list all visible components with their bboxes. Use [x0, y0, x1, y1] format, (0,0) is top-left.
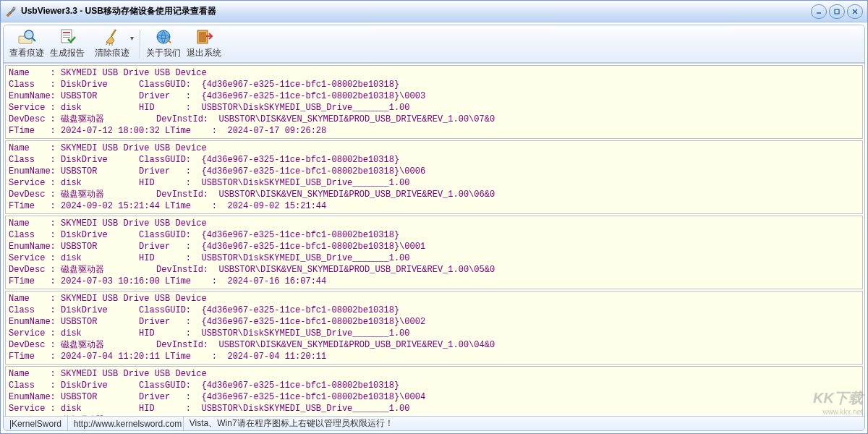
- record-line: Name : SKYMEDI USB Drive USB Device: [9, 142, 859, 154]
- exit-icon: [195, 28, 213, 46]
- record-line: Service : disk HID : USBSTOR\DiskSKYMEDI…: [9, 252, 859, 264]
- usb-record[interactable]: Name : SKYMEDI USB Drive USB DeviceClass…: [5, 65, 863, 139]
- status-bar: |KernelSword http://www.kernelsword.com …: [4, 416, 864, 430]
- toolbar-label: 清除痕迹: [95, 47, 129, 59]
- window-title: UsbViewer3.3 - USB移动存储设备使用记录查看器: [21, 5, 811, 17]
- minimize-button[interactable]: [811, 4, 827, 19]
- record-line: FTime : 2024-09-02 15:21:44 LTime : 2024…: [9, 200, 859, 212]
- record-line: Class : DiskDrive ClassGUID: {4d36e967-e…: [9, 380, 859, 391]
- toolbar-separator: [140, 30, 140, 59]
- record-line: Service : disk HID : USBSTOR\DiskSKYMEDI…: [9, 102, 859, 114]
- record-line: EnumName: USBSTOR Driver : {4d36e967-e32…: [9, 241, 859, 252]
- inner-frame: 查看痕迹 生成报告 清除痕迹 关于我们 退出系统 Name : SKYMEDI …: [3, 25, 865, 431]
- title-bar: UsbViewer3.3 - USB移动存储设备使用记录查看器: [1, 1, 867, 22]
- record-line: Name : SKYMEDI USB Drive USB Device: [9, 218, 859, 229]
- record-line: EnumName: USBSTOR Driver : {4d36e967-e32…: [9, 90, 859, 102]
- record-line: Service : disk HID : USBSTOR\DiskSKYMEDI…: [9, 328, 859, 339]
- status-tip: Vista、Win7请在程序图标上右键以管理员权限运行！: [184, 417, 864, 430]
- svg-rect-11: [63, 37, 70, 38]
- record-line: FTime : 2024-07-12 18:00:32 LTime : 2024…: [9, 125, 859, 137]
- svg-rect-9: [63, 32, 70, 33]
- svg-rect-2: [835, 9, 839, 14]
- report-icon: [58, 28, 77, 46]
- app-icon: [5, 6, 17, 17]
- record-line: DevDesc : 磁盘驱动器 DevInstId: USBSTOR\DISK&…: [9, 114, 859, 125]
- view-traces-button[interactable]: 查看痕迹: [7, 27, 47, 61]
- svg-rect-10: [63, 35, 70, 35]
- usb-record[interactable]: Name : SKYMEDI USB Drive USB DeviceClass…: [5, 291, 863, 365]
- app-window: UsbViewer3.3 - USB移动存储设备使用记录查看器 查看痕迹 生成报…: [0, 0, 868, 434]
- toolbar-label: 生成报告: [50, 47, 85, 59]
- broom-icon: [103, 28, 122, 46]
- usb-record[interactable]: Name : SKYMEDI USB Drive USB DeviceClass…: [5, 140, 863, 214]
- record-line: Name : SKYMEDI USB Drive USB Device: [9, 368, 859, 380]
- record-line: Class : DiskDrive ClassGUID: {4d36e967-e…: [9, 305, 859, 316]
- toolbar-label: 退出系统: [187, 47, 221, 59]
- svg-line-7: [32, 38, 35, 41]
- record-line: FTime : 2024-07-04 11:20:11 LTime : 2024…: [9, 351, 859, 362]
- record-line: EnumName: USBSTOR Driver : {4d36e967-e32…: [9, 391, 859, 403]
- record-line: Name : SKYMEDI USB Drive USB Device: [9, 293, 859, 305]
- window-controls: [811, 4, 863, 19]
- toolbar: 查看痕迹 生成报告 清除痕迹 关于我们 退出系统: [4, 25, 864, 63]
- generate-report-button[interactable]: 生成报告: [47, 27, 88, 61]
- svg-point-16: [157, 30, 170, 43]
- usb-record[interactable]: Name : SKYMEDI USB Drive USB DeviceClass…: [5, 366, 863, 416]
- clear-traces-button[interactable]: 清除痕迹: [88, 27, 137, 61]
- status-url: http://www.kernelsword.com: [68, 417, 184, 430]
- record-line: Service : disk HID : USBSTOR\DiskSKYMEDI…: [9, 403, 859, 414]
- maximize-button[interactable]: [829, 4, 845, 19]
- svg-rect-0: [13, 7, 15, 9]
- about-button[interactable]: 关于我们: [143, 27, 184, 61]
- record-line: Name : SKYMEDI USB Drive USB Device: [9, 67, 859, 79]
- record-line: Class : DiskDrive ClassGUID: {4d36e967-e…: [9, 154, 859, 166]
- magnifier-icon: [17, 28, 36, 46]
- svg-rect-18: [199, 32, 206, 42]
- exit-button[interactable]: 退出系统: [184, 27, 224, 61]
- svg-line-12: [111, 30, 116, 36]
- globe-icon: [154, 28, 173, 46]
- record-line: FTime : 2024-07-03 10:16:00 LTime : 2024…: [9, 276, 859, 287]
- record-line: DevDesc : 磁盘驱动器 DevInstId: USBSTOR\DISK&…: [9, 339, 859, 351]
- record-line: EnumName: USBSTOR Driver : {4d36e967-e32…: [9, 166, 859, 177]
- toolbar-label: 关于我们: [146, 47, 181, 59]
- close-button[interactable]: [847, 4, 863, 19]
- record-line: DevDesc : 磁盘驱动器 DevInstId: USBSTOR\DISK&…: [9, 264, 859, 276]
- toolbar-label: 查看痕迹: [9, 47, 44, 59]
- status-brand: |KernelSword: [4, 417, 68, 430]
- usb-record[interactable]: Name : SKYMEDI USB Drive USB DeviceClass…: [5, 216, 863, 289]
- record-line: EnumName: USBSTOR Driver : {4d36e967-e32…: [9, 316, 859, 328]
- records-list[interactable]: Name : SKYMEDI USB Drive USB DeviceClass…: [4, 63, 864, 416]
- record-line: Class : DiskDrive ClassGUID: {4d36e967-e…: [9, 79, 859, 90]
- record-line: DevDesc : 磁盘驱动器 DevInstId: USBSTOR\DISK&…: [9, 189, 859, 200]
- record-line: Class : DiskDrive ClassGUID: {4d36e967-e…: [9, 229, 859, 241]
- record-line: Service : disk HID : USBSTOR\DiskSKYMEDI…: [9, 177, 859, 189]
